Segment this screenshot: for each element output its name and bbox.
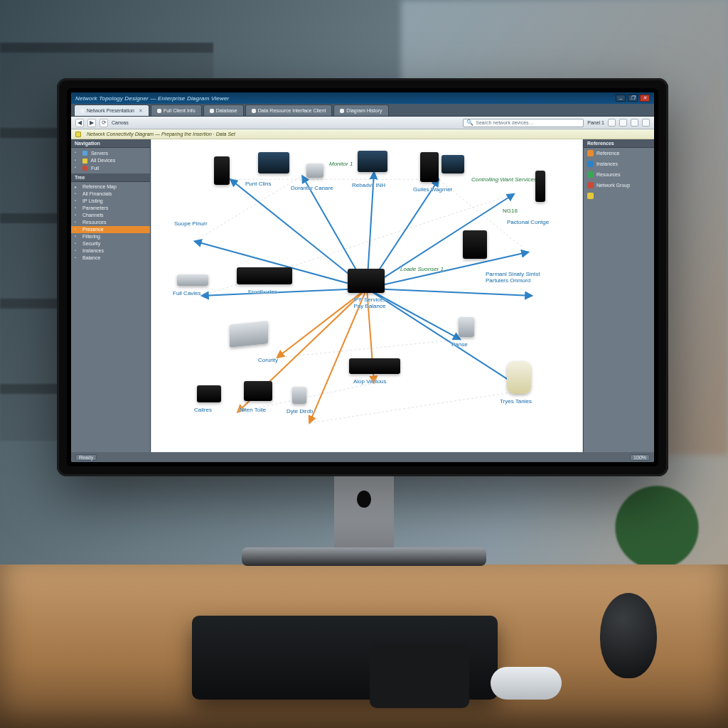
node-monitor1[interactable] (258, 152, 289, 173)
node-speaker[interactable] (214, 156, 230, 185)
nav-back-button[interactable]: ◀ (75, 119, 84, 127)
tab-data-resource[interactable]: Data Resource Interface Client (245, 105, 333, 116)
ref-label: Resources (596, 172, 620, 177)
toolbar-more-button[interactable] (642, 119, 650, 127)
sidebar-group-full[interactable]: Full (71, 164, 150, 172)
tree-item[interactable]: Filtering (71, 233, 150, 240)
toolbar-settings-button[interactable] (608, 119, 616, 127)
tree-item[interactable]: Instances (71, 247, 150, 255)
right-panel-title: References (584, 139, 654, 148)
app-window: Network Topology Designer — Enterprise D… (71, 92, 654, 462)
mouse-black (600, 593, 657, 678)
node-tower[interactable] (420, 152, 439, 182)
color-swatch (82, 166, 87, 171)
node-label: Rebadvil INH (352, 182, 385, 188)
ref-label: Instances (596, 161, 618, 166)
group-label: Full (91, 166, 99, 171)
tree-item[interactable]: All Financials (71, 191, 150, 198)
tree-item-label: IP Listing (82, 198, 103, 203)
ref-item[interactable]: Network Group (584, 180, 654, 191)
toolbar-right-label: Panel 1 (587, 120, 604, 125)
tree-item[interactable]: Security (71, 240, 150, 247)
node-safe[interactable] (463, 230, 487, 259)
node-rack[interactable] (237, 267, 292, 284)
sidebar-tree: Reference Map All Financials IP Listing … (71, 182, 150, 263)
node-label: Full Cavies (173, 290, 201, 296)
tree-item-label: Parameters (82, 205, 108, 210)
window-minimize-button[interactable]: – (616, 95, 626, 102)
node-monitor2[interactable] (358, 151, 387, 172)
node-label: Frontbortes (248, 289, 277, 295)
tree-item[interactable]: Reference Map (71, 183, 150, 191)
node-mic[interactable] (535, 171, 545, 202)
zoom-level[interactable]: 100% (630, 454, 650, 461)
tree-item[interactable]: IP Listing (71, 198, 150, 205)
color-swatch (587, 171, 594, 178)
tab-icon (210, 109, 214, 113)
tree-item-label: Presence (82, 227, 104, 232)
node-storage[interactable] (230, 321, 268, 348)
node-label: Parmanl Sinaty Sintst Partulers Onmord (486, 272, 564, 284)
nav-forward-button[interactable]: ▶ (87, 119, 96, 127)
annotation-label: Loade Suonser 1 (400, 266, 444, 272)
window-close-button[interactable]: ✕ (640, 95, 650, 102)
node-router[interactable] (349, 358, 400, 374)
close-icon[interactable]: ✕ (139, 108, 143, 114)
sidebar-group-servers[interactable]: Servers (71, 149, 150, 157)
search-placeholder: Search network devices… (476, 120, 533, 125)
node-label-center: IPF Services Pay Balance (343, 296, 396, 309)
color-swatch (82, 159, 87, 164)
ref-item[interactable] (584, 191, 654, 201)
node-webcam[interactable] (306, 164, 323, 178)
tree-item-selected[interactable]: Presence (71, 226, 150, 233)
color-swatch (587, 182, 594, 188)
node-cam2[interactable] (292, 387, 306, 404)
toolbar-label: Canvas (112, 120, 129, 125)
svg-line-20 (309, 390, 525, 423)
tree-item-label: Reference Map (82, 184, 117, 189)
ref-item[interactable]: Reference (584, 148, 654, 159)
toolbar-share-button[interactable] (631, 119, 638, 127)
tree-item[interactable]: Balance (71, 255, 150, 262)
node-label: Dorantor Canare (291, 185, 333, 191)
svg-line-18 (277, 339, 461, 358)
tab-label: Data Resource Interface Client (258, 108, 326, 113)
node-switch[interactable] (177, 274, 208, 286)
toolbar: ◀ ▶ ⟳ Canvas 🔍 Search network devices… P… (71, 117, 654, 129)
node-laptop2[interactable] (244, 381, 272, 401)
search-icon: 🔍 (466, 119, 473, 126)
tab-full-client-info[interactable]: Full Client Info (151, 105, 202, 116)
node-label: Alop Vanlous (353, 378, 387, 385)
sidebar-group-all-devices[interactable]: All Devices (71, 157, 150, 165)
diagram-canvas[interactable]: IPF Services Pay Balance Punt Clins Dora… (151, 139, 583, 452)
window-maximize-button[interactable]: ❐ (628, 95, 638, 102)
node-device-small[interactable] (197, 385, 221, 402)
search-input[interactable]: 🔍 Search network devices… (463, 119, 584, 127)
status-text: Ready (75, 454, 97, 461)
node-monitor3[interactable] (441, 155, 464, 173)
tree-item[interactable]: Parameters (71, 205, 150, 212)
tree-item[interactable]: Channels (71, 212, 150, 219)
node-center[interactable] (348, 269, 385, 293)
sidebar-groups: Servers All Devices Full (71, 148, 150, 173)
refresh-button[interactable]: ⟳ (100, 119, 108, 127)
tab-network-presentation[interactable]: Network Presentation ✕ (74, 105, 149, 116)
tree-item[interactable]: Resources (71, 219, 150, 226)
node-label: Punt Clins (245, 181, 271, 187)
node-label: Niten Toile (240, 407, 266, 413)
ref-item[interactable]: Instances (584, 159, 654, 169)
node-cylinder[interactable] (507, 361, 531, 394)
tree-item-label: Instances (82, 248, 104, 253)
tab-database[interactable]: Database (203, 105, 244, 116)
monitor-frame: Network Topology Designer — Enterprise D… (57, 78, 668, 476)
group-label: Servers (91, 151, 108, 156)
tab-icon (157, 109, 161, 113)
sidebar-title: Navigation (71, 139, 150, 148)
toolbar-grid-button[interactable] (619, 119, 627, 127)
mouse-white (491, 667, 562, 700)
ref-item[interactable]: Resources (584, 169, 654, 180)
node-label: Tryes Tanies (500, 398, 532, 405)
node-cam3[interactable] (459, 317, 474, 337)
tab-diagram-history[interactable]: Diagram History (333, 105, 388, 116)
tab-strip: Network Presentation ✕ Full Client Info … (71, 104, 654, 117)
